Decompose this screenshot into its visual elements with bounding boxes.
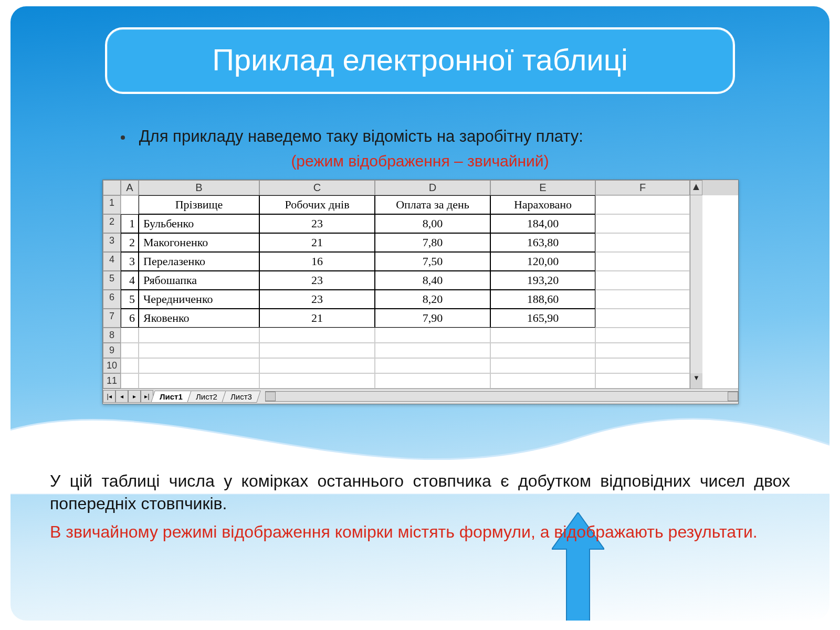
- cell[interactable]: [595, 358, 690, 373]
- cell[interactable]: 8,00: [375, 214, 490, 233]
- selectall-corner[interactable]: [103, 180, 121, 195]
- horizontal-scrollbar[interactable]: [265, 391, 738, 402]
- cell[interactable]: [595, 309, 690, 328]
- tab-first-icon[interactable]: |◂: [103, 390, 116, 403]
- tab-next-icon[interactable]: ▸: [128, 390, 141, 403]
- cell[interactable]: [595, 328, 690, 343]
- scrollbar-track[interactable]: [690, 290, 702, 309]
- cell[interactable]: 1: [121, 214, 139, 233]
- cell[interactable]: [595, 290, 690, 309]
- col-header-F[interactable]: F: [595, 180, 690, 195]
- sheet-tab-3[interactable]: Лист3: [222, 391, 260, 403]
- cell[interactable]: [121, 373, 139, 388]
- cell[interactable]: 8,20: [375, 290, 490, 309]
- scrollbar-track[interactable]: [690, 252, 702, 271]
- cell[interactable]: [490, 358, 595, 373]
- cell[interactable]: Рябошапка: [139, 271, 259, 290]
- cell[interactable]: [121, 195, 139, 214]
- cell[interactable]: 7,80: [375, 233, 490, 252]
- col-header-A[interactable]: A: [121, 180, 139, 195]
- cell[interactable]: 21: [259, 309, 375, 328]
- cell[interactable]: 193,20: [490, 271, 595, 290]
- cell[interactable]: [595, 233, 690, 252]
- cell[interactable]: [139, 358, 259, 373]
- sheet-tab-2[interactable]: Лист2: [187, 391, 226, 403]
- cell[interactable]: 188,60: [490, 290, 595, 309]
- scrollbar-track[interactable]: [690, 214, 702, 233]
- scroll-up-icon[interactable]: ▲: [690, 180, 702, 195]
- cell[interactable]: 4: [121, 271, 139, 290]
- cell[interactable]: [121, 328, 139, 343]
- cell[interactable]: [259, 373, 375, 388]
- cell[interactable]: 23: [259, 290, 375, 309]
- scrollbar-track[interactable]: [690, 309, 702, 328]
- cell[interactable]: [595, 271, 690, 290]
- cell[interactable]: [121, 343, 139, 358]
- cell[interactable]: 23: [259, 214, 375, 233]
- cell[interactable]: 184,00: [490, 214, 595, 233]
- cell[interactable]: [375, 328, 490, 343]
- row-header[interactable]: 5: [103, 271, 121, 290]
- cell[interactable]: [259, 328, 375, 343]
- cell[interactable]: [490, 328, 595, 343]
- cell[interactable]: [490, 343, 595, 358]
- row-header[interactable]: 6: [103, 290, 121, 309]
- col-header-C[interactable]: C: [259, 180, 375, 195]
- row-header[interactable]: 10: [103, 358, 121, 373]
- scrollbar-track[interactable]: [690, 271, 702, 290]
- row-header[interactable]: 11: [103, 373, 121, 388]
- cell[interactable]: 7,90: [375, 309, 490, 328]
- cell[interactable]: 21: [259, 233, 375, 252]
- cell[interactable]: [490, 373, 595, 388]
- cell[interactable]: 163,80: [490, 233, 595, 252]
- cell[interactable]: [375, 373, 490, 388]
- scrollbar-track[interactable]: [690, 358, 702, 373]
- cell[interactable]: [595, 214, 690, 233]
- cell[interactable]: 3: [121, 252, 139, 271]
- cell[interactable]: Бульбенко: [139, 214, 259, 233]
- cell[interactable]: 120,00: [490, 252, 595, 271]
- cell[interactable]: Нараховано: [490, 195, 595, 214]
- cell[interactable]: Робочих днів: [259, 195, 375, 214]
- cell[interactable]: 165,90: [490, 309, 595, 328]
- cell[interactable]: [595, 373, 690, 388]
- cell[interactable]: [375, 343, 490, 358]
- cell[interactable]: 8,40: [375, 271, 490, 290]
- cell[interactable]: 5: [121, 290, 139, 309]
- cell[interactable]: [139, 343, 259, 358]
- scroll-down-icon[interactable]: ▼: [690, 373, 702, 388]
- col-header-D[interactable]: D: [375, 180, 490, 195]
- cell[interactable]: [595, 343, 690, 358]
- scrollbar-track[interactable]: [690, 343, 702, 358]
- col-header-B[interactable]: B: [139, 180, 259, 195]
- cell[interactable]: Макогоненко: [139, 233, 259, 252]
- cell[interactable]: 16: [259, 252, 375, 271]
- cell[interactable]: [139, 328, 259, 343]
- cell[interactable]: 23: [259, 271, 375, 290]
- cell[interactable]: [259, 358, 375, 373]
- scrollbar-track[interactable]: [690, 233, 702, 252]
- col-header-E[interactable]: E: [490, 180, 595, 195]
- scrollbar-track[interactable]: [690, 195, 702, 214]
- cell[interactable]: [259, 343, 375, 358]
- cell[interactable]: Перелазенко: [139, 252, 259, 271]
- cell[interactable]: Оплата за день: [375, 195, 490, 214]
- cell[interactable]: 2: [121, 233, 139, 252]
- scrollbar-track[interactable]: [690, 328, 702, 343]
- cell[interactable]: Яковенко: [139, 309, 259, 328]
- cell[interactable]: 7,50: [375, 252, 490, 271]
- cell[interactable]: [595, 252, 690, 271]
- cell[interactable]: [139, 373, 259, 388]
- cell[interactable]: [375, 358, 490, 373]
- cell[interactable]: [121, 358, 139, 373]
- row-header[interactable]: 3: [103, 233, 121, 252]
- sheet-tab-1[interactable]: Лист1: [151, 391, 191, 403]
- row-header[interactable]: 7: [103, 309, 121, 328]
- tab-prev-icon[interactable]: ◂: [116, 390, 128, 403]
- cell[interactable]: [595, 195, 690, 214]
- cell[interactable]: 6: [121, 309, 139, 328]
- row-header[interactable]: 8: [103, 328, 121, 343]
- cell[interactable]: Прізвище: [139, 195, 259, 214]
- row-header[interactable]: 4: [103, 252, 121, 271]
- row-header[interactable]: 1: [103, 195, 121, 214]
